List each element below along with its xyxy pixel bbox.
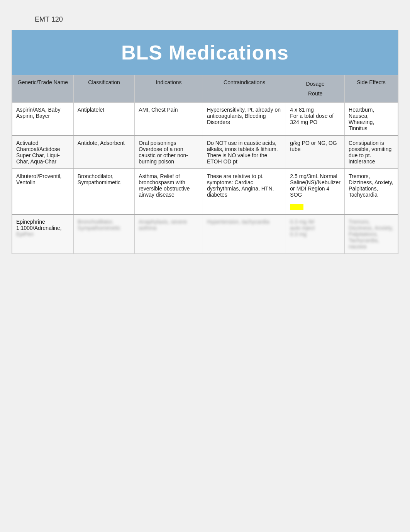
table-row: Albuterol/Proventil, Ventolin Bronchodil… — [12, 169, 398, 214]
cell-generic: Activated Charcoal/Actidose Super Char, … — [12, 136, 74, 169]
cell-generic: Epinephrine 1:1000/Adrenaline, EpiPen — [12, 214, 74, 254]
table-row: Epinephrine 1:1000/Adrenaline, EpiPen Br… — [12, 214, 398, 254]
col-header-generic: Generic/Trade Name — [12, 75, 74, 103]
cell-indications: Asthma, Relief of bronchospasm with reve… — [135, 169, 203, 214]
cell-generic: Albuterol/Proventil, Ventolin — [12, 169, 74, 214]
cell-indications: Oral poisonings Overdose of a non causti… — [135, 136, 203, 169]
main-container: BLS Medications Generic/Trade Name Class… — [12, 30, 398, 254]
page-label: EMT 120 — [12, 15, 398, 24]
cell-contraindications: Do NOT use in caustic acids, alkalis, ir… — [203, 136, 286, 169]
medications-table: Generic/Trade Name Classification Indica… — [12, 75, 398, 254]
table-header-row: Generic/Trade Name Classification Indica… — [12, 75, 398, 103]
cell-contraindications: Hypersensitivity, Pt. already on anticoa… — [203, 103, 286, 136]
cell-side-effects: Heartburn, Nausea, Wheezing, Tinnitus — [345, 103, 398, 136]
cell-dosage: 2.5 mg/3mL Normal Saline(NS)/Nebulizer o… — [286, 169, 345, 214]
cell-indications: Anaphylaxis, severe asthma — [135, 214, 203, 254]
title-banner: BLS Medications — [12, 30, 398, 75]
cell-dosage: 0.3 mg IM auto inject 0.3 mg — [286, 214, 345, 254]
blurred-text: EpiPen — [16, 231, 34, 237]
col-header-classification: Classification — [73, 75, 135, 103]
blurred-text: Tremors, Dizziness, Anxiety, Palpitation… — [349, 219, 393, 250]
page-title: BLS Medications — [20, 41, 390, 64]
cell-classification: Bronchodilator, Sympathomimetic — [73, 214, 135, 254]
cell-dosage: 4 x 81 mgFor a total dose of 324 mg PO — [286, 103, 345, 136]
cell-contraindications: Hypertension, tachycardia — [203, 214, 286, 254]
blurred-text: 0.3 mg — [290, 231, 307, 237]
blurred-text: Bronchodilator, Sympathomimetic — [78, 219, 120, 231]
cell-classification: Bronchodilator, Sympathomimetic — [73, 169, 135, 214]
blurred-text: Hypertension, tachycardia — [207, 219, 269, 225]
col-header-indications: Indications — [135, 75, 203, 103]
blurred-text: Anaphylaxis, severe asthma — [139, 219, 187, 231]
col-header-dosage: Dosage Route — [286, 75, 345, 103]
cell-indications: AMI, Chest Pain — [135, 103, 203, 136]
table-row: Activated Charcoal/Actidose Super Char, … — [12, 136, 398, 169]
blurred-text: auto inject — [290, 225, 315, 231]
cell-side-effects: Constipation is possible, vomiting due t… — [345, 136, 398, 169]
table-row: Aspirin/ASA, Baby Aspirin, Bayer Antipla… — [12, 103, 398, 136]
cell-generic: Aspirin/ASA, Baby Aspirin, Bayer — [12, 103, 74, 136]
cell-classification: Antidote, Adsorbent — [73, 136, 135, 169]
dosage-highlight — [290, 204, 303, 210]
cell-classification: Antiplatelet — [73, 103, 135, 136]
cell-dosage: g/kg PO or NG, OG tube — [286, 136, 345, 169]
cell-side-effects: Tremors, Dizziness, Anxiety, Palpitation… — [345, 169, 398, 214]
blurred-text: 0.3 mg IM — [290, 219, 314, 225]
cell-side-effects: Tremors, Dizziness, Anxiety, Palpitation… — [345, 214, 398, 254]
col-header-side-effects: Side Effects — [345, 75, 398, 103]
col-header-contraindications: Contraindications — [203, 75, 286, 103]
cell-contraindications: These are relative to pt. symptoms: Card… — [203, 169, 286, 214]
